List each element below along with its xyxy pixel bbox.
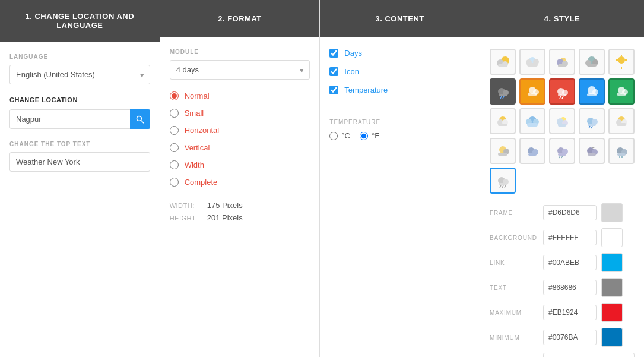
col4-header: 4. STYLE [480, 0, 644, 37]
top-text-label: CHANGE THE TOP TEXT [9, 141, 150, 147]
svg-rect-38 [587, 93, 597, 96]
temp-radio-group: °C °F [329, 131, 470, 140]
radio-width[interactable]: Width [170, 160, 310, 169]
svg-line-34 [560, 96, 561, 99]
icon-style-10[interactable] [608, 78, 635, 105]
background-color-swatch[interactable] [601, 228, 623, 247]
icon-style-16[interactable] [490, 138, 516, 164]
radio-vertical[interactable]: Vertical [170, 143, 310, 152]
icon-style-2[interactable] [519, 49, 545, 75]
link-color-swatch[interactable] [601, 253, 623, 272]
maximum-label: MAXIMUM [490, 309, 543, 316]
minimum-color-swatch[interactable] [601, 328, 623, 347]
svg-line-1 [141, 120, 144, 123]
svg-rect-9 [527, 63, 538, 67]
icon-style-11[interactable] [490, 108, 516, 134]
checkbox-temperature[interactable]: Temperature [329, 86, 470, 94]
icon-style-5[interactable] [608, 49, 635, 75]
icon-style-4[interactable] [579, 49, 605, 75]
icon-style-8[interactable] [549, 78, 575, 105]
link-hex-input[interactable] [543, 255, 597, 270]
minimum-color-row: MINIMUM [490, 328, 635, 347]
radio-horizontal[interactable]: Horizontal [170, 126, 310, 135]
radio-normal[interactable]: Normal [170, 91, 310, 100]
width-value: 175 Pixels [207, 201, 243, 210]
language-select[interactable]: English (United States) [9, 65, 150, 84]
font-select[interactable]: Roboto Arial Verdana Times New Roman [543, 353, 635, 357]
temp-fahrenheit[interactable]: °F [360, 131, 379, 140]
svg-line-73 [561, 156, 563, 158]
icon-style-7[interactable] [519, 78, 545, 105]
top-text-input[interactable] [9, 152, 150, 172]
frame-color-swatch[interactable] [601, 203, 623, 222]
language-label: LANGUAGE [9, 53, 150, 60]
location-input[interactable] [9, 109, 150, 129]
svg-rect-53 [558, 124, 566, 127]
frame-label: FRAME [490, 210, 543, 216]
svg-rect-81 [617, 153, 626, 156]
svg-rect-68 [528, 153, 537, 156]
maximum-hex-input[interactable] [543, 305, 597, 320]
text-label: TEXT [490, 285, 543, 291]
svg-point-18 [618, 56, 625, 64]
link-color-row: LINK [490, 253, 635, 272]
maximum-color-swatch[interactable] [601, 303, 623, 322]
link-label: LINK [490, 260, 543, 266]
icon-style-3[interactable] [549, 49, 575, 75]
search-button[interactable] [130, 109, 150, 129]
text-color-swatch[interactable] [601, 278, 623, 297]
svg-rect-86 [499, 183, 507, 185]
maximum-color-row: MAXIMUM [490, 303, 635, 322]
icon-style-9[interactable] [579, 78, 605, 105]
background-label: BACKGROUND [490, 235, 543, 241]
svg-rect-17 [587, 64, 597, 67]
svg-line-58 [591, 126, 592, 128]
svg-rect-62 [617, 123, 626, 126]
temperature-label: TEMPERATURE [329, 119, 470, 125]
search-icon [136, 115, 144, 124]
svg-rect-5 [498, 64, 507, 67]
icon-style-13[interactable] [549, 108, 575, 134]
height-value: 201 Pixels [207, 213, 243, 222]
font-row: FONT Roboto Arial Verdana Times New Roma… [490, 353, 635, 357]
background-color-row: BACKGROUND [490, 228, 635, 247]
module-label: MODULE [170, 49, 310, 55]
checkbox-icon[interactable]: Icon [329, 67, 470, 76]
col1-header: 1. CHANGE LOCATION AND LANGUAGE [0, 0, 160, 42]
icon-style-20[interactable] [608, 138, 635, 164]
svg-line-72 [559, 156, 560, 158]
height-label: HEIGHT: [170, 214, 202, 222]
icon-style-18[interactable] [549, 138, 575, 164]
background-hex-input[interactable] [543, 230, 597, 245]
svg-line-35 [562, 96, 563, 99]
col2-header: 2. FORMAT [160, 0, 320, 37]
minimum-hex-input[interactable] [543, 330, 597, 345]
radio-small[interactable]: Small [170, 109, 310, 118]
format-radio-group: Normal Small Horizontal Vertical Width [170, 91, 310, 187]
icon-style-19[interactable]: ~~ [579, 138, 605, 164]
svg-text:~: ~ [592, 145, 595, 150]
icon-style-12[interactable] [519, 108, 545, 134]
svg-rect-33 [558, 94, 566, 96]
icon-style-6[interactable] [490, 78, 516, 105]
module-select[interactable]: 4 days 1 day 2 days 3 days 5 days 7 days [170, 60, 310, 80]
icon-style-17[interactable] [519, 138, 545, 164]
icon-style-21[interactable] [490, 168, 516, 194]
svg-rect-76 [588, 153, 596, 156]
temp-celsius[interactable]: °C [329, 131, 350, 140]
minimum-label: MINIMUM [490, 334, 543, 341]
svg-rect-56 [588, 124, 596, 126]
radio-complete[interactable]: Complete [170, 178, 310, 187]
icon-style-1[interactable] [490, 49, 516, 75]
dimensions-section: WIDTH: 175 Pixels HEIGHT: 201 Pixels [170, 201, 310, 222]
svg-rect-49 [527, 123, 538, 127]
checkbox-days[interactable]: Days [329, 49, 470, 58]
icon-style-14[interactable] [579, 108, 605, 134]
svg-rect-45 [498, 124, 507, 126]
svg-rect-13 [558, 64, 566, 67]
svg-rect-65 [498, 153, 507, 156]
frame-hex-input[interactable] [543, 205, 597, 220]
svg-line-27 [503, 96, 504, 99]
icon-style-15[interactable] [608, 108, 635, 134]
text-hex-input[interactable] [543, 280, 597, 295]
